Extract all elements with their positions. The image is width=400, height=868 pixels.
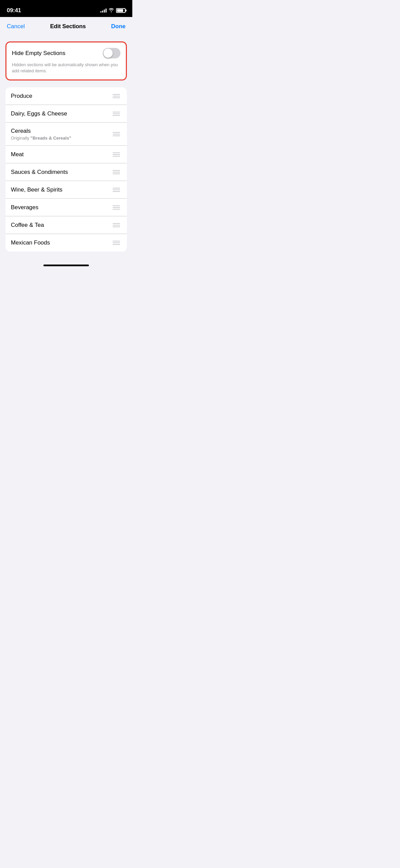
section-name: Produce	[11, 92, 111, 100]
wifi-icon	[109, 8, 114, 13]
status-bar: 09:41	[0, 0, 132, 17]
list-item[interactable]: Sauces & Condiments	[5, 163, 127, 181]
hide-empty-toggle[interactable]	[103, 48, 120, 58]
section-name: Mexican Foods	[11, 239, 111, 247]
hide-empty-hint: Hidden sections will be automatically sh…	[12, 62, 120, 74]
list-item[interactable]: Meat	[5, 146, 127, 163]
home-bar	[43, 265, 89, 266]
drag-handle[interactable]	[111, 93, 121, 100]
drag-handle[interactable]	[111, 186, 121, 193]
toggle-knob	[103, 49, 113, 58]
section-name: Cereals	[11, 127, 111, 135]
battery-icon	[116, 8, 126, 13]
status-icons	[100, 8, 126, 13]
list-item[interactable]: Cereals Originally "Breads & Cereals"	[5, 123, 127, 146]
done-button[interactable]: Done	[111, 23, 126, 30]
signal-icon	[100, 8, 107, 13]
section-name: Dairy, Eggs & Cheese	[11, 110, 111, 117]
home-indicator	[0, 258, 132, 272]
drag-handle[interactable]	[111, 222, 121, 229]
drag-handle[interactable]	[111, 110, 121, 117]
drag-handle[interactable]	[111, 169, 121, 176]
list-item[interactable]: Mexican Foods	[5, 234, 127, 252]
section-name: Beverages	[11, 204, 111, 211]
hide-empty-card: Hide Empty Sections Hidden sections will…	[5, 41, 127, 80]
list-item[interactable]: Dairy, Eggs & Cheese	[5, 105, 127, 123]
drag-handle[interactable]	[111, 239, 121, 246]
hide-empty-label: Hide Empty Sections	[12, 50, 65, 57]
hide-empty-row: Hide Empty Sections	[12, 48, 120, 58]
sections-list: Produce Dairy, Eggs & Cheese Cereals Ori…	[5, 87, 127, 252]
content-area: Hide Empty Sections Hidden sections will…	[0, 36, 132, 252]
list-item[interactable]: Beverages	[5, 199, 127, 216]
list-item[interactable]: Produce	[5, 87, 127, 105]
status-time: 09:41	[7, 7, 21, 14]
list-item[interactable]: Wine, Beer & Spirits	[5, 181, 127, 199]
cancel-button[interactable]: Cancel	[7, 23, 25, 30]
drag-handle[interactable]	[111, 204, 121, 211]
section-name: Sauces & Condiments	[11, 168, 111, 176]
section-name: Meat	[11, 151, 111, 158]
page-title: Edit Sections	[50, 23, 86, 30]
list-item[interactable]: Coffee & Tea	[5, 216, 127, 234]
nav-bar: Cancel Edit Sections Done	[0, 17, 132, 36]
section-subtitle: Originally "Breads & Cereals"	[11, 135, 111, 141]
drag-handle[interactable]	[111, 131, 121, 138]
section-name: Coffee & Tea	[11, 221, 111, 229]
section-name: Wine, Beer & Spirits	[11, 186, 111, 194]
drag-handle[interactable]	[111, 151, 121, 158]
